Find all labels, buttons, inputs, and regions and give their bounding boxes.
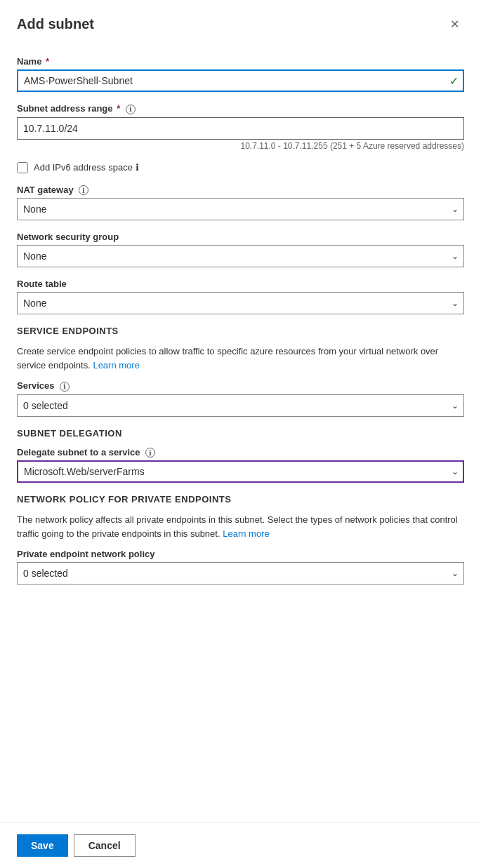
nsg-label: Network security group	[17, 232, 464, 242]
nsg-select-wrapper: None ⌄	[17, 245, 464, 267]
private-endpoint-select-wrapper: 0 selected ⌄	[17, 562, 464, 585]
delegate-label: Delegate subnet to a service ℹ	[17, 447, 464, 458]
nsg-select[interactable]: None	[17, 245, 464, 267]
name-input[interactable]	[17, 69, 464, 92]
network-policy-header: NETWORK POLICY FOR PRIVATE ENDPOINTS	[17, 494, 464, 505]
private-endpoint-select[interactable]: 0 selected	[17, 562, 464, 585]
panel-body: Name * ✓ Subnet address range * ℹ 10.7.1…	[0, 45, 481, 822]
name-group: Name * ✓	[17, 56, 464, 92]
panel-header: Add subnet ✕	[0, 0, 481, 45]
nsg-group: Network security group None ⌄	[17, 232, 464, 267]
ipv6-checkbox-group: Add IPv6 address space ℹ	[17, 162, 464, 173]
nat-gateway-select-wrapper: None ⌄	[17, 198, 464, 220]
delegate-group: Delegate subnet to a service ℹ Microsoft…	[17, 447, 464, 483]
subnet-address-group: Subnet address range * ℹ 10.7.11.0 - 10.…	[17, 103, 464, 151]
panel-title: Add subnet	[17, 16, 94, 32]
nat-gateway-group: NAT gateway ℹ None ⌄	[17, 185, 464, 221]
services-group: Services ℹ 0 selected ⌄	[17, 380, 464, 417]
private-endpoint-label: Private endpoint network policy	[17, 549, 464, 559]
network-policy-description: The network policy affects all private e…	[17, 513, 464, 540]
name-input-wrapper: ✓	[17, 69, 464, 92]
subnet-address-input[interactable]	[17, 117, 464, 140]
route-table-select[interactable]: None	[17, 292, 464, 314]
service-endpoints-header: SERVICE ENDPOINTS	[17, 326, 464, 336]
private-endpoint-group: Private endpoint network policy 0 select…	[17, 549, 464, 585]
delegate-info-icon[interactable]: ℹ	[145, 448, 155, 458]
subnet-address-hint: 10.7.11.0 - 10.7.11.255 (251 + 5 Azure r…	[17, 141, 464, 151]
ipv6-label[interactable]: Add IPv6 address space ℹ	[34, 162, 139, 173]
nat-gateway-label: NAT gateway ℹ	[17, 185, 464, 196]
services-label: Services ℹ	[17, 380, 464, 392]
subnet-delegation-header: SUBNET DELEGATION	[17, 428, 464, 439]
services-select[interactable]: 0 selected	[17, 394, 464, 417]
route-table-group: Route table None ⌄	[17, 279, 464, 314]
ipv6-info-icon[interactable]: ℹ	[136, 162, 139, 173]
route-table-label: Route table	[17, 279, 464, 289]
name-label: Name *	[17, 56, 464, 67]
nat-info-icon[interactable]: ℹ	[79, 185, 88, 195]
name-check-icon: ✓	[449, 74, 459, 88]
name-required-indicator: *	[46, 56, 49, 67]
subnet-info-icon[interactable]: ℹ	[126, 105, 136, 114]
services-info-icon[interactable]: ℹ	[60, 382, 70, 392]
delegate-select[interactable]: Microsoft.Web/serverFarms None	[17, 460, 464, 483]
cancel-button[interactable]: Cancel	[74, 834, 136, 857]
service-endpoints-learn-more-link[interactable]: Learn more	[93, 360, 139, 370]
close-button[interactable]: ✕	[444, 14, 464, 34]
subnet-required-indicator: *	[117, 103, 120, 114]
services-select-wrapper: 0 selected ⌄	[17, 394, 464, 417]
subnet-address-label: Subnet address range * ℹ	[17, 103, 464, 114]
route-table-select-wrapper: None ⌄	[17, 292, 464, 314]
add-subnet-panel: Add subnet ✕ Name * ✓ Subnet address ran…	[0, 0, 481, 868]
network-policy-learn-more-link[interactable]: Learn more	[223, 528, 269, 539]
nat-gateway-select[interactable]: None	[17, 198, 464, 220]
close-icon: ✕	[450, 18, 459, 31]
save-button[interactable]: Save	[17, 834, 68, 857]
service-endpoints-description: Create service endpoint policies to allo…	[17, 345, 464, 372]
ipv6-checkbox[interactable]	[17, 162, 28, 173]
panel-footer: Save Cancel	[0, 822, 481, 868]
delegate-select-wrapper: Microsoft.Web/serverFarms None ⌄	[17, 460, 464, 483]
